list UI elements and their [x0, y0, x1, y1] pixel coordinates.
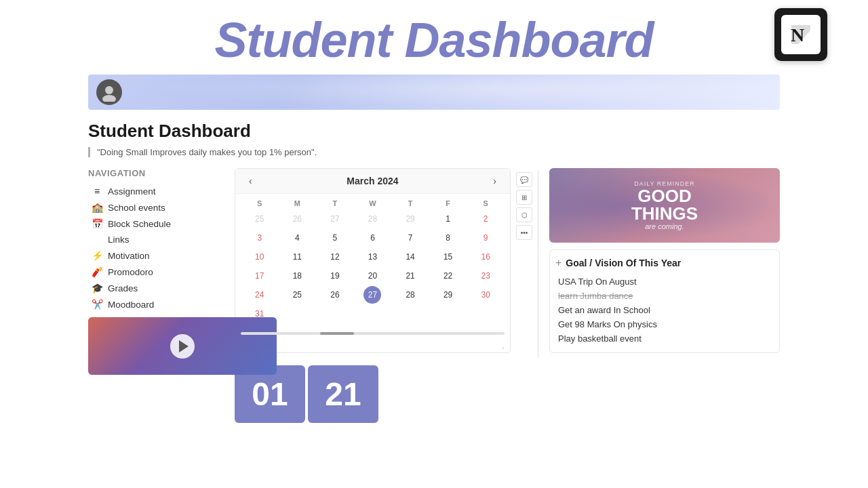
calendar-cell[interactable]: 3	[251, 229, 269, 247]
anime-thumbnail[interactable]	[88, 317, 277, 375]
calendar-row: 17181920212223	[241, 267, 505, 285]
calendar-cell	[288, 305, 306, 323]
calendar-day-header: W	[354, 199, 392, 207]
nav-item-grades[interactable]: 🎓Grades	[88, 281, 224, 296]
goal-item[interactable]: Get an award In School	[558, 303, 771, 317]
calendar-cell	[477, 305, 494, 323]
banner	[88, 75, 780, 110]
calendar-cell[interactable]: 26	[326, 286, 344, 304]
calendar-cell[interactable]: 21	[401, 267, 419, 285]
calendar-cell[interactable]: 23	[477, 267, 494, 285]
calendar-row: 3456789	[241, 229, 505, 247]
calendar-row: 24252627282930	[241, 286, 505, 304]
motivational-card: Daily Reminder GOOD THINGS are coming.	[549, 168, 780, 243]
left-nav: Navigation ≡Assignment🏫School events📅Blo…	[88, 168, 224, 423]
calendar-cell[interactable]: 30	[477, 286, 494, 304]
nav-item-school-events[interactable]: 🏫School events	[88, 200, 224, 215]
calendar-section: ‹ March 2024 › SMTWTFS 25262728291234567…	[235, 168, 538, 423]
play-button[interactable]	[170, 334, 195, 359]
nav-item-links[interactable]: Links	[88, 232, 224, 247]
calendar-day-header: S	[467, 199, 505, 207]
calendar-cell[interactable]: 27	[363, 286, 381, 304]
content-grid: Navigation ≡Assignment🏫School events📅Blo…	[88, 168, 780, 423]
svg-point-2	[105, 86, 113, 94]
calendar-cell[interactable]: 28	[363, 210, 381, 228]
calendar-cell[interactable]: 22	[439, 267, 457, 285]
calendar-cell[interactable]: 28	[401, 286, 419, 304]
calendar-cell[interactable]: 7	[401, 229, 419, 247]
nav-icon-block-schedule: 📅	[91, 218, 103, 229]
good-things-text: GOOD THINGS	[631, 187, 698, 222]
toolbar-view-btn[interactable]: ⬡	[516, 207, 532, 222]
calendar-cell[interactable]: 29	[401, 210, 419, 228]
svg-text:N: N	[791, 24, 804, 45]
nav-item-assignment[interactable]: ≡Assignment	[88, 184, 224, 199]
calendar-cell[interactable]: 2	[477, 210, 494, 228]
calendar-cell[interactable]: 1	[439, 210, 457, 228]
calendar-day-header: T	[316, 199, 354, 207]
nav-icon-moodboard: ✂️	[91, 299, 103, 310]
calendar-cell[interactable]: 10	[251, 248, 269, 266]
calendar-row: 10111213141516	[241, 248, 505, 266]
calendar-row: 252627282912	[241, 210, 505, 228]
calendar-cell[interactable]: 9	[477, 229, 494, 247]
calendar-grid: SMTWTFS 25262728291234567891011121314151…	[235, 194, 510, 329]
calendar-cell[interactable]: 27	[326, 210, 344, 228]
toolbar-chat-btn[interactable]: 💬	[516, 172, 532, 187]
quote-text: "Doing Small Improves daily makes you to…	[97, 147, 317, 157]
number-widgets: 01 21	[235, 365, 538, 423]
title-area: Student Dashboard	[0, 0, 868, 75]
toolbar-grid-btn[interactable]: ⊞	[516, 190, 532, 205]
goal-item[interactable]: USA Trip On August	[558, 274, 771, 289]
calendar-cell[interactable]: 4	[288, 229, 306, 247]
calendar-cell[interactable]: 25	[251, 210, 269, 228]
calendar-cell[interactable]: 8	[439, 229, 457, 247]
calendar-scroll-thumb	[320, 332, 354, 335]
calendar-cell[interactable]: 16	[477, 248, 494, 266]
goals-title: Goal / Vision Of This Year	[566, 258, 681, 268]
nav-item-motivation[interactable]: ⚡Motivation	[88, 248, 224, 263]
calendar-cell[interactable]: 12	[326, 248, 344, 266]
calendar-toolbar: 💬 ⊞ ⬡ •••	[516, 168, 532, 360]
play-icon	[179, 340, 189, 352]
calendar-cell[interactable]: 18	[288, 267, 306, 285]
calendar-cell[interactable]: 17	[251, 267, 269, 285]
nav-item-promodoro[interactable]: 🧨Promodoro	[88, 264, 224, 279]
goal-item[interactable]: Get 98 Marks On physics	[558, 317, 771, 331]
are-coming-text: are coming.	[645, 222, 684, 230]
calendar-cell[interactable]: 13	[363, 248, 381, 266]
calendar-day-header: S	[241, 199, 279, 207]
goal-item[interactable]: Play basketball event	[558, 331, 771, 346]
calendar-day-header: M	[279, 199, 317, 207]
calendar-cell[interactable]: 6	[363, 229, 381, 247]
svg-point-3	[102, 95, 116, 102]
add-goal-btn[interactable]: +	[555, 257, 561, 269]
toolbar-more-btn[interactable]: •••	[516, 225, 532, 240]
calendar-cell[interactable]: 15	[439, 248, 457, 266]
nav-icon-assignment: ≡	[91, 186, 103, 197]
calendar-cell	[326, 305, 344, 323]
nav-item-block-schedule[interactable]: 📅Block Schedule	[88, 216, 224, 231]
calendar-cell[interactable]: 25	[288, 286, 306, 304]
calendar-cell	[439, 305, 457, 323]
nav-icon-promodoro: 🧨	[91, 266, 103, 277]
calendar-cell[interactable]: 26	[288, 210, 306, 228]
calendar-next-btn[interactable]: ›	[489, 174, 500, 188]
calendar-cell[interactable]: 14	[401, 248, 419, 266]
calendar-cell[interactable]: 11	[288, 248, 306, 266]
calendar-cell[interactable]: 29	[439, 286, 457, 304]
calendar-scrollbar[interactable]	[241, 332, 505, 335]
calendar-cell[interactable]: 19	[326, 267, 344, 285]
right-section: Daily Reminder GOOD THINGS are coming. +…	[549, 168, 780, 423]
avatar	[96, 79, 122, 105]
nav-icon-school-events: 🏫	[91, 202, 103, 213]
calendar-prev-btn[interactable]: ‹	[245, 174, 256, 188]
calendar-cell[interactable]: 24	[251, 286, 269, 304]
nav-item-moodboard[interactable]: ✂️Moodboard	[88, 297, 224, 312]
calendar-cell	[401, 305, 419, 323]
calendar-cell[interactable]: 20	[363, 267, 381, 285]
number-widget-2: 21	[308, 365, 378, 423]
page-title: Student Dashboard	[88, 121, 780, 142]
goal-item[interactable]: learn Jumba dance	[558, 289, 771, 303]
calendar-cell[interactable]: 5	[326, 229, 344, 247]
